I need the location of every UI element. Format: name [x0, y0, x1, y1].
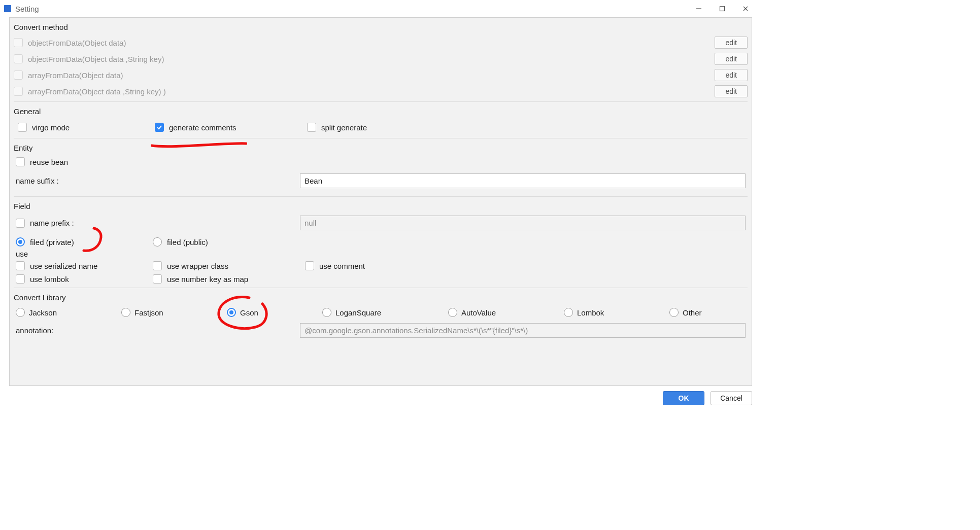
method-edit-button[interactable]: edit — [715, 37, 748, 49]
use-comment-checkbox[interactable] — [305, 261, 314, 270]
method-checkbox[interactable] — [14, 54, 23, 63]
library-gson-radio[interactable] — [227, 308, 236, 317]
use-serialized-name-label: use serialized name — [30, 262, 97, 270]
library-fastjson-label: Fastjson — [134, 308, 163, 317]
method-edit-button[interactable]: edit — [715, 69, 748, 81]
reuse-bean-checkbox[interactable] — [16, 157, 25, 166]
section-title-convert-method: Convert method — [14, 21, 748, 34]
reuse-bean-label: reuse bean — [30, 158, 68, 166]
method-edit-button[interactable]: edit — [715, 85, 748, 97]
dialog-footer: OK Cancel — [9, 386, 752, 411]
annotation-input[interactable] — [300, 323, 746, 338]
method-label: arrayFromData(Object data ,String key) ) — [28, 87, 709, 96]
divider — [14, 101, 748, 102]
name-suffix-label: name suffix : — [16, 176, 300, 185]
library-options-row: Jackson Fastjson Gson LoganSquare — [14, 305, 748, 318]
method-row: objectFromData(Object data ,String key) … — [14, 51, 748, 67]
name-prefix-input[interactable] — [300, 216, 746, 230]
virgo-mode-label: virgo mode — [32, 123, 70, 132]
library-fastjson-radio[interactable] — [121, 308, 130, 317]
library-jackson-radio[interactable] — [16, 308, 25, 317]
library-lombok-label: Lombok — [577, 308, 604, 317]
section-title-general: General — [14, 105, 748, 119]
use-options-row1: use serialized name use wrapper class us… — [14, 259, 748, 272]
method-checkbox[interactable] — [14, 87, 23, 96]
generate-comments-label: generate comments — [169, 123, 236, 132]
use-number-key-as-map-checkbox[interactable] — [153, 274, 162, 284]
use-serialized-name-checkbox[interactable] — [16, 261, 25, 270]
method-row: objectFromData(Object data) edit — [14, 34, 748, 51]
library-logansquare-radio[interactable] — [322, 308, 331, 317]
field-private-radio[interactable] — [16, 237, 25, 246]
section-title-field: Field — [14, 200, 748, 214]
library-other-label: Other — [683, 308, 702, 317]
use-lombok-checkbox[interactable] — [16, 274, 25, 284]
library-autovalue-radio[interactable] — [448, 308, 457, 317]
reuse-bean-option: reuse bean — [14, 155, 748, 168]
split-generate-option: split generate — [305, 121, 746, 134]
method-label: objectFromData(Object data ,String key) — [28, 55, 709, 63]
divider — [14, 288, 748, 288]
generate-comments-checkbox[interactable] — [155, 123, 164, 132]
name-suffix-input[interactable] — [300, 173, 746, 188]
method-label: objectFromData(Object data) — [28, 39, 709, 47]
method-checkbox[interactable] — [14, 70, 23, 80]
virgo-mode-checkbox[interactable] — [18, 123, 27, 132]
section-title-entity: Entity — [14, 142, 748, 155]
use-number-key-as-map-label: use number key as map — [167, 275, 248, 284]
use-options-row2: use lombok use number key as map — [14, 272, 748, 286]
window-maximize-button[interactable] — [711, 1, 734, 16]
general-grid: virgo mode generate comments split gener… — [14, 119, 748, 136]
use-wrapper-class-checkbox[interactable] — [153, 261, 162, 270]
library-gson-label: Gson — [240, 308, 258, 317]
annotation-row: annotation: — [14, 321, 748, 340]
section-title-entity-text: Entity — [14, 144, 33, 152]
name-suffix-row: name suffix : — [14, 171, 748, 190]
settings-window: Setting Convert method objectFromData(Ob… — [0, 0, 761, 411]
library-autovalue-label: AutoValue — [461, 308, 496, 317]
field-scope-row: filed (private) filed (public) — [14, 235, 748, 249]
field-public-radio[interactable] — [153, 237, 162, 246]
library-lombok-radio[interactable] — [564, 308, 573, 317]
method-label: arrayFromData(Object data) — [28, 71, 709, 80]
field-public-label: filed (public) — [167, 238, 208, 246]
library-logansquare-label: LoganSquare — [335, 308, 381, 317]
annotation-label: annotation: — [16, 326, 300, 335]
window-title: Setting — [15, 5, 39, 13]
method-edit-button[interactable]: edit — [715, 53, 748, 65]
virgo-mode-option: virgo mode — [16, 121, 148, 134]
divider — [14, 138, 748, 138]
split-generate-checkbox[interactable] — [307, 123, 316, 132]
convert-method-list: objectFromData(Object data) edit objectF… — [14, 34, 748, 99]
method-row: arrayFromData(Object data ,String key) )… — [14, 83, 748, 99]
cancel-button[interactable]: Cancel — [711, 391, 752, 405]
divider — [14, 196, 748, 197]
content: Convert method objectFromData(Object dat… — [0, 17, 761, 411]
library-jackson-label: Jackson — [29, 308, 57, 317]
use-lombok-label: use lombok — [30, 275, 69, 284]
annotation-underline-icon — [151, 139, 247, 150]
field-private-label: filed (private) — [30, 238, 74, 246]
ok-button[interactable]: OK — [663, 391, 704, 405]
use-subtitle: use — [14, 249, 748, 259]
settings-panel: Convert method objectFromData(Object dat… — [9, 17, 752, 386]
name-prefix-label: name prefix : — [30, 219, 74, 227]
generate-comments-option: generate comments — [153, 121, 300, 134]
use-wrapper-class-label: use wrapper class — [167, 262, 228, 270]
section-title-convert-library: Convert Library — [14, 291, 748, 305]
use-comment-label: use comment — [319, 262, 365, 270]
library-other-radio[interactable] — [669, 308, 679, 317]
method-row: arrayFromData(Object data) edit — [14, 67, 748, 83]
app-icon — [4, 5, 11, 12]
svg-rect-1 — [720, 7, 725, 11]
window-minimize-button[interactable] — [687, 1, 711, 16]
split-generate-label: split generate — [321, 123, 367, 132]
window-close-button[interactable] — [734, 1, 757, 16]
name-prefix-row: name prefix : — [14, 214, 748, 232]
titlebar: Setting — [0, 0, 761, 17]
method-checkbox[interactable] — [14, 38, 23, 47]
name-prefix-checkbox[interactable] — [16, 219, 25, 228]
